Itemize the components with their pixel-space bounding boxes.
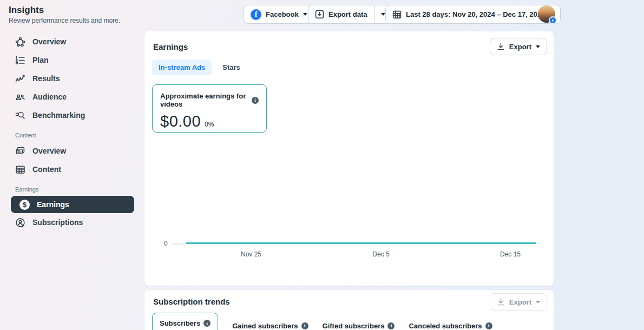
tab-gained-subscribers[interactable]: Gained subscribers i <box>232 322 308 330</box>
platform-selector-label: Facebook <box>266 10 299 18</box>
sidebar: Overview Plan Results Audience Benchmark… <box>0 32 136 232</box>
profile-avatar[interactable]: f <box>538 5 555 23</box>
sidebar-item-content[interactable]: Content <box>0 160 136 179</box>
export-tray-icon <box>315 10 324 19</box>
chevron-down-icon <box>303 13 307 16</box>
metric-title: Approximate earnings for videos <box>160 92 249 108</box>
tab-gifted-subscribers[interactable]: Gifted subscribers i <box>323 322 395 330</box>
sidebar-item-audience[interactable]: Audience <box>0 88 136 106</box>
metric-value: $0.00 <box>160 113 201 130</box>
sidebar-item-results[interactable]: Results <box>0 69 136 88</box>
y-axis-tick: 0 <box>164 240 168 247</box>
date-range-label: Last 28 days: Nov 20, 2024 – Dec 17, 202… <box>406 10 545 18</box>
sidebar-item-label: Subscriptions <box>32 218 83 227</box>
axis-baseline <box>172 243 186 245</box>
table-icon <box>15 164 25 175</box>
subscription-trends-card: Subscription trends Export Subscribers i… <box>144 290 554 330</box>
chart-flat-line <box>186 242 536 244</box>
sidebar-item-label: Content <box>32 165 61 174</box>
chevron-down-icon <box>536 45 540 48</box>
export-label: Export <box>509 43 531 51</box>
export-data-label: Export data <box>328 10 367 18</box>
subscription-tabs: Subscribers i Gained subscribers i Gifte… <box>152 313 492 330</box>
metric-card-approximate-earnings[interactable]: Approximate earnings for videos i $0.00 … <box>152 84 267 133</box>
page-title: Insights <box>9 5 44 16</box>
info-icon[interactable]: i <box>252 97 259 104</box>
date-range-button[interactable]: Last 28 days: Nov 20, 2024 – Dec 17, 202… <box>385 5 561 24</box>
platform-selector-button[interactable]: f Facebook <box>244 5 314 24</box>
facebook-logo-icon: f <box>251 9 261 20</box>
sidebar-item-label: Earnings <box>37 200 69 209</box>
x-axis-tick: Dec 5 <box>372 250 389 258</box>
metric-delta[interactable]: 0% <box>205 121 214 129</box>
sidebar-item-label: Results <box>32 74 60 83</box>
sidebar-section-content: Content <box>0 132 136 138</box>
subscription-trends-title: Subscription trends <box>153 297 230 306</box>
tab-canceled-subscribers[interactable]: Canceled subscribers i <box>409 322 492 330</box>
export-data-button-group: Export data <box>308 5 392 24</box>
tab-label: Canceled subscribers <box>409 322 482 330</box>
earnings-card: Earnings Export In-stream Ads Stars Appr… <box>144 31 554 286</box>
sidebar-item-label: Audience <box>32 93 67 101</box>
subscriptions-export-button[interactable]: Export <box>490 293 547 311</box>
x-axis-tick: Nov 25 <box>241 250 261 258</box>
tab-label: Gained subscribers <box>232 322 298 330</box>
sidebar-item-subscriptions[interactable]: Subscriptions <box>0 213 136 232</box>
sidebar-item-label: Overview <box>32 37 66 46</box>
nodes-icon <box>15 37 25 47</box>
tab-label: Subscribers <box>160 319 200 327</box>
info-icon[interactable]: i <box>485 322 492 329</box>
export-label: Export <box>509 298 531 306</box>
search-lines-icon <box>15 110 25 121</box>
sidebar-section-earnings: Earnings <box>0 186 136 193</box>
sidebar-item-label: Overview <box>32 147 66 155</box>
posts-icon <box>15 146 25 156</box>
facebook-badge-icon: f <box>549 16 557 24</box>
page-subtitle: Review performance results and more. <box>9 17 120 24</box>
earnings-title: Earnings <box>153 42 188 51</box>
dollar-circle-icon: $ <box>19 200 30 210</box>
sidebar-item-benchmarking[interactable]: Benchmarking <box>0 106 136 124</box>
calendar-icon <box>392 10 402 19</box>
earnings-line-chart: 0 Nov 25 Dec 5 Dec 15 <box>144 161 554 259</box>
sidebar-item-label: Benchmarking <box>32 111 85 120</box>
download-icon <box>497 43 505 51</box>
chevron-down-icon <box>536 301 540 303</box>
earnings-tabs: In-stream Ads Stars <box>152 60 240 75</box>
tab-label: Gifted subscribers <box>323 322 385 330</box>
people-icon <box>15 92 25 102</box>
earnings-export-button[interactable]: Export <box>490 38 547 55</box>
ordered-list-icon <box>15 55 25 65</box>
sidebar-item-plan[interactable]: Plan <box>0 51 136 69</box>
sidebar-item-earnings[interactable]: $ Earnings <box>11 196 134 213</box>
info-icon[interactable]: i <box>387 322 395 329</box>
sidebar-item-content-overview[interactable]: Overview <box>0 142 136 160</box>
person-check-icon <box>15 217 25 228</box>
export-data-button[interactable]: Export data <box>308 5 374 23</box>
trend-line-icon <box>15 74 25 84</box>
download-icon <box>497 298 505 306</box>
x-axis-tick: Dec 15 <box>500 250 521 258</box>
sidebar-item-overview[interactable]: Overview <box>0 32 136 51</box>
info-icon[interactable]: i <box>301 322 308 329</box>
chevron-down-icon <box>381 13 385 16</box>
tab-subscribers[interactable]: Subscribers i <box>152 313 218 330</box>
sidebar-item-label: Plan <box>32 56 49 64</box>
info-icon[interactable]: i <box>203 320 211 327</box>
tab-in-stream-ads[interactable]: In-stream Ads <box>152 60 212 75</box>
tab-stars[interactable]: Stars <box>222 63 240 71</box>
